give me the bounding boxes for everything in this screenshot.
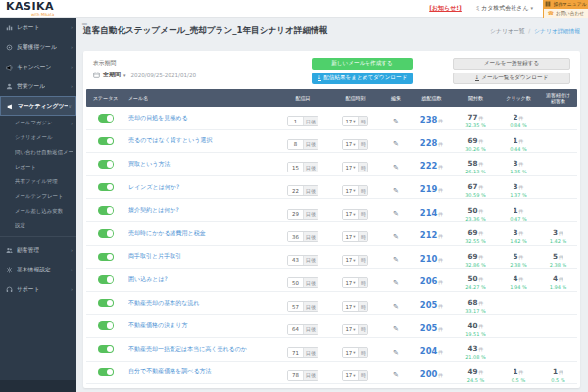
sidebar-item-customer-management[interactable]: 顧客管理 › [0, 240, 76, 260]
mail-name-link[interactable]: 両手取引と片手取引 [128, 252, 277, 261]
edit-icon[interactable]: ✎ [393, 187, 399, 195]
chevron-down-icon: ∨ [68, 103, 72, 109]
send-day-input[interactable]: 22 日後 [287, 185, 318, 196]
send-hour-select[interactable]: 17▾ 時 [342, 185, 368, 196]
manual-button[interactable]: 操作マニュアル [544, 0, 588, 9]
mail-name-link[interactable]: 不動産売却の基本的な流れ [128, 299, 277, 308]
edit-icon[interactable]: ✎ [393, 303, 399, 311]
status-toggle[interactable] [98, 299, 114, 308]
book-icon [545, 1, 551, 7]
status-toggle[interactable] [98, 368, 114, 377]
sidebar-submenu-item[interactable]: メール差し込み変数 [0, 204, 76, 219]
bulk-register-button[interactable]: メールを一括登録する [453, 58, 570, 70]
status-toggle[interactable] [98, 275, 114, 284]
send-day-input[interactable]: 8 日後 [287, 139, 318, 150]
day-suffix-label: 日後 [303, 140, 318, 149]
send-hour-select[interactable]: 17▾ 時 [342, 209, 368, 220]
mail-name-link[interactable]: 買取という方法 [128, 160, 277, 169]
mail-table: ステータス メール名 配信日 配信時刻 編集 総配信数 開封数 クリック数 追客… [86, 89, 577, 386]
send-hour-select[interactable]: 17▾ 時 [342, 347, 368, 358]
open-rate: 30.26 % [454, 147, 498, 152]
mail-name-link[interactable]: 媒介契約とは何か? [128, 206, 277, 215]
mail-name-link[interactable]: 不動産価格の決まり方 [128, 321, 277, 330]
send-hour-select[interactable]: 17▾ 時 [342, 231, 368, 242]
sidebar-item-marketing-tools[interactable]: マーケティングツール ∨ [0, 96, 76, 116]
mail-name-link[interactable]: 売るのではなく貸すという選択 [128, 136, 277, 145]
status-toggle[interactable] [98, 229, 114, 238]
send-hour-select[interactable]: 17▾ 時 [342, 277, 368, 288]
send-hour-select[interactable]: 17▾ 時 [342, 139, 368, 150]
chevron-right-icon: › [71, 83, 73, 89]
status-toggle[interactable] [98, 345, 114, 354]
send-hour-select[interactable]: 17▾ 時 [342, 324, 368, 335]
send-hour-select[interactable]: 17▾ 時 [342, 162, 368, 172]
mail-name-link[interactable]: レインズとは何か? [128, 183, 277, 192]
status-toggle[interactable] [98, 253, 114, 262]
header-total-sent: 総配信数 [410, 95, 454, 101]
send-hour-select[interactable]: 17▾ 時 [342, 116, 368, 126]
edit-icon[interactable]: ✎ [393, 233, 399, 241]
sidebar-submenu-item[interactable]: 設定 [0, 219, 76, 233]
mail-name-link[interactable]: 売却の目処を見極める [128, 114, 277, 122]
sidebar-submenu-item[interactable]: メールテンプレート [0, 189, 76, 204]
send-day-input[interactable]: 64 日後 [287, 324, 318, 335]
send-day-input[interactable]: 36 日後 [287, 231, 318, 242]
send-day-input[interactable]: 78 日後 [287, 370, 318, 381]
sidebar-item-report[interactable]: レポート › [0, 18, 76, 37]
edit-icon[interactable]: ✎ [393, 210, 399, 218]
status-toggle[interactable] [98, 114, 114, 122]
download-results-button[interactable]: ↓ 配信結果をまとめてダウンロード [312, 73, 413, 84]
edit-icon[interactable]: ✎ [393, 164, 399, 172]
edit-icon[interactable]: ✎ [393, 371, 399, 379]
sidebar-item-response-tools[interactable]: 反響獲得ツール › [0, 37, 76, 57]
status-toggle[interactable] [98, 206, 114, 215]
status-toggle[interactable] [98, 160, 114, 169]
sidebar-item-campaign[interactable]: キャンペーン › [0, 57, 76, 76]
open-rate: 19.51 % [454, 332, 498, 337]
send-day-input[interactable]: 29 日後 [287, 209, 318, 220]
sidebar-submenu-item[interactable]: 問い合わせ自動返信メール [0, 145, 76, 160]
status-toggle[interactable] [98, 321, 114, 330]
sidebar-submenu-item[interactable]: シナリオメール [0, 130, 76, 145]
mail-name-link[interactable]: 囲い込みとは? [128, 275, 277, 284]
send-day-input[interactable]: 43 日後 [287, 255, 318, 266]
sidebar-item-sales-tools[interactable]: 営業ツール › [0, 76, 76, 96]
linked-customers-stat: 1件 0.5 % [539, 362, 577, 383]
click-rate: 1.42 % [498, 239, 539, 244]
mail-name-link[interactable]: 自分で不動産価格を調べる方法 [128, 368, 277, 376]
notice-link[interactable]: [お知らせ!] [429, 4, 462, 13]
sidebar-submenu-item[interactable]: メールマガジン › [0, 116, 76, 130]
send-day-input[interactable]: 15 日後 [287, 162, 318, 172]
send-day-input[interactable]: 71 日後 [287, 347, 318, 358]
mail-name-link[interactable]: 売却時にかかる諸費用と税金 [128, 229, 277, 238]
sidebar-submenu-item[interactable]: 共有ファイル管理 [0, 174, 76, 189]
edit-icon[interactable]: ✎ [393, 256, 399, 264]
breadcrumb-scenario-detail[interactable]: シナリオ詳細情報 [534, 28, 580, 34]
create-mail-button[interactable]: 新しいメールを作成する [312, 58, 413, 70]
mail-name-link[interactable]: 不動産売却一括査定は本当に高く売れるのか [128, 345, 277, 354]
edit-icon[interactable]: ✎ [393, 140, 399, 148]
contact-button[interactable]: ☎ お問い合わせ [544, 9, 588, 18]
brand-logo[interactable]: KASIKA with Mikata [6, 1, 54, 17]
breadcrumb-scenario-list[interactable]: シナリオ一覧 [490, 28, 524, 34]
send-day-input[interactable]: 1 日後 [287, 116, 318, 126]
edit-icon[interactable]: ✎ [393, 349, 399, 357]
day-suffix-label: 日後 [303, 256, 318, 265]
sidebar-submenu-item[interactable]: レポート [0, 160, 76, 174]
send-day-input[interactable]: 57 日後 [287, 301, 318, 312]
edit-icon[interactable]: ✎ [393, 118, 399, 125]
status-toggle[interactable] [98, 183, 114, 192]
edit-icon[interactable]: ✎ [393, 279, 399, 287]
status-toggle[interactable] [98, 137, 114, 146]
sidebar-item-basic-settings[interactable]: 基本情報設定 › [0, 260, 76, 279]
edit-icon[interactable]: ✎ [393, 325, 399, 333]
send-hour-select[interactable]: 17▾ 時 [342, 255, 368, 266]
period-picker[interactable]: 全期間 ▾ 2020/09/25-2021/01/20 [93, 71, 196, 79]
download-mail-list-button[interactable]: ↓ メール一覧をダウンロード [453, 73, 570, 84]
send-day-input[interactable]: 50 日後 [287, 277, 318, 288]
opens-stat: 67件 30.59 % [454, 176, 498, 198]
account-menu[interactable]: ミカタ株式会社さん ▾ [475, 4, 533, 13]
send-hour-select[interactable]: 17▾ 時 [342, 301, 368, 312]
send-hour-select[interactable]: 17▾ 時 [342, 370, 368, 381]
sidebar-item-support[interactable]: サポート › [0, 279, 76, 299]
